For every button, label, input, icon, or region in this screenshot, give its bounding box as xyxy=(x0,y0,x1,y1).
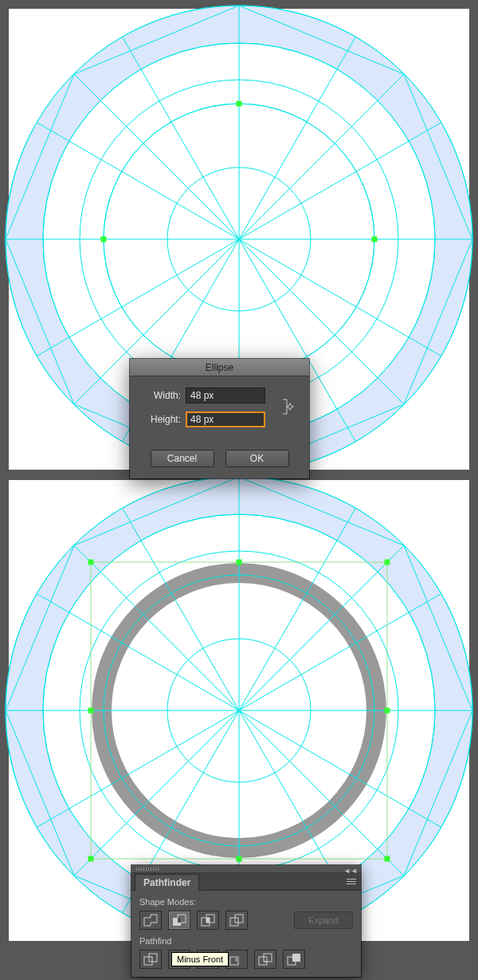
svg-rect-39 xyxy=(237,856,241,861)
svg-rect-38 xyxy=(237,560,241,565)
svg-point-21 xyxy=(80,551,398,870)
unite-button[interactable] xyxy=(139,911,162,930)
panel-drag-handle[interactable]: ◄◄ xyxy=(131,865,361,873)
svg-line-28 xyxy=(123,509,355,912)
ok-button[interactable]: OK xyxy=(225,450,289,467)
height-input[interactable] xyxy=(186,411,265,427)
outline-button[interactable] xyxy=(254,950,276,969)
minus-front-button[interactable] xyxy=(168,911,190,930)
svg-line-26 xyxy=(74,545,404,876)
svg-rect-52 xyxy=(206,918,210,923)
svg-point-2 xyxy=(104,104,374,375)
svg-rect-62 xyxy=(235,957,238,962)
svg-rect-49 xyxy=(178,918,181,923)
height-label: Height: xyxy=(143,414,181,425)
svg-rect-55 xyxy=(144,957,152,965)
svg-rect-53 xyxy=(230,918,238,926)
svg-rect-64 xyxy=(264,954,272,962)
svg-line-13 xyxy=(37,123,441,356)
panel-tabbar: Pathfinder xyxy=(131,873,361,891)
svg-line-12 xyxy=(37,123,441,356)
cancel-button[interactable]: Cancel xyxy=(151,450,214,467)
svg-point-42 xyxy=(288,405,292,409)
svg-rect-54 xyxy=(235,915,243,923)
pathfinder-panel: ◄◄ Pathfinder Shape Modes: xyxy=(131,865,361,977)
tab-pathfinder[interactable]: Pathfinder xyxy=(135,874,199,891)
svg-rect-40 xyxy=(88,708,93,713)
expand-button[interactable]: Expand xyxy=(294,911,353,929)
svg-point-23 xyxy=(167,639,311,782)
panel-menu-icon[interactable] xyxy=(345,876,358,888)
width-label: Width: xyxy=(143,390,181,401)
divide-button[interactable] xyxy=(139,950,162,969)
svg-point-5 xyxy=(167,167,311,311)
intersect-button[interactable] xyxy=(197,911,219,930)
svg-rect-15 xyxy=(237,101,241,106)
dialog-title[interactable]: Ellipse xyxy=(130,359,309,376)
svg-rect-34 xyxy=(88,560,93,565)
svg-rect-56 xyxy=(149,954,157,962)
svg-point-3 xyxy=(80,80,398,399)
minus-back-button[interactable] xyxy=(283,950,305,969)
ellipse-dialog: Ellipse Width: Height: Cancel OK xyxy=(130,359,309,478)
svg-rect-67 xyxy=(292,954,300,962)
width-input[interactable] xyxy=(186,388,265,403)
svg-rect-17 xyxy=(101,237,106,242)
svg-rect-41 xyxy=(385,708,390,713)
svg-rect-37 xyxy=(385,856,390,861)
svg-rect-35 xyxy=(385,560,390,565)
exclude-button[interactable] xyxy=(225,911,248,930)
shape-modes-label: Shape Modes: xyxy=(139,897,353,907)
tooltip-minus-front: Minus Front xyxy=(171,952,229,966)
constrain-proportions-icon[interactable] xyxy=(279,399,295,415)
svg-rect-18 xyxy=(372,237,377,242)
svg-line-8 xyxy=(74,74,404,404)
svg-line-31 xyxy=(37,594,441,827)
svg-point-22 xyxy=(104,575,374,846)
crop-button[interactable] xyxy=(225,950,248,969)
collapse-icon[interactable]: ◄◄ xyxy=(343,867,358,875)
pathfinders-label: Pathfind xyxy=(139,936,353,946)
svg-line-27 xyxy=(74,545,404,876)
svg-line-29 xyxy=(123,509,355,912)
svg-line-30 xyxy=(37,594,441,827)
svg-line-9 xyxy=(74,74,404,404)
svg-point-4 xyxy=(104,104,374,375)
svg-point-20 xyxy=(43,514,435,907)
svg-rect-36 xyxy=(88,856,93,861)
svg-rect-33 xyxy=(91,562,387,859)
svg-rect-63 xyxy=(259,957,267,965)
